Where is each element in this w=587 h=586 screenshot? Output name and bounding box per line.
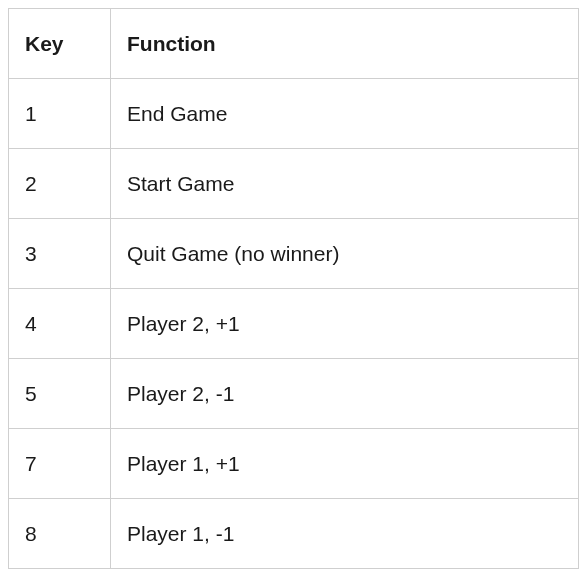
cell-function: Quit Game (no winner) [111,219,579,289]
cell-function: Player 2, -1 [111,359,579,429]
cell-function: End Game [111,79,579,149]
table-row: 1 End Game [9,79,579,149]
cell-key: 8 [9,499,111,569]
table-row: 5 Player 2, -1 [9,359,579,429]
table-row: 4 Player 2, +1 [9,289,579,359]
cell-function: Start Game [111,149,579,219]
header-function: Function [111,9,579,79]
header-key: Key [9,9,111,79]
key-function-table: Key Function 1 End Game 2 Start Game 3 Q… [8,8,579,569]
cell-key: 1 [9,79,111,149]
cell-key: 7 [9,429,111,499]
table-row: 2 Start Game [9,149,579,219]
cell-function: Player 1, -1 [111,499,579,569]
table-row: 3 Quit Game (no winner) [9,219,579,289]
table-row: 7 Player 1, +1 [9,429,579,499]
cell-function: Player 1, +1 [111,429,579,499]
cell-function: Player 2, +1 [111,289,579,359]
table-header-row: Key Function [9,9,579,79]
cell-key: 5 [9,359,111,429]
table-row: 8 Player 1, -1 [9,499,579,569]
cell-key: 4 [9,289,111,359]
cell-key: 3 [9,219,111,289]
cell-key: 2 [9,149,111,219]
